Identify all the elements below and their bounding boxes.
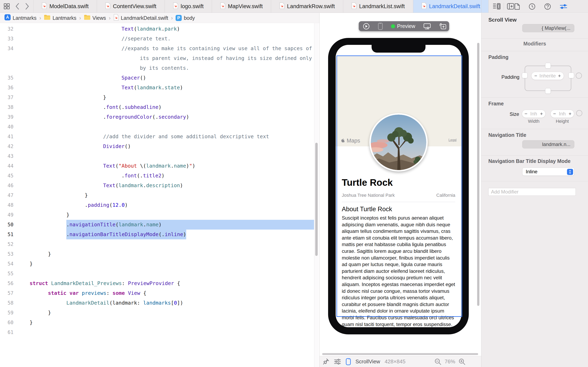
tab-landmarkdetail-swift[interactable]: LandmarkDetail.swift — [413, 0, 489, 13]
selection-name: ScrollView — [355, 359, 380, 365]
canvas-vertical-scrollbar[interactable] — [477, 43, 479, 306]
history-inspector-icon[interactable] — [528, 3, 536, 10]
code-row-wrap[interactable]: by its contents. — [0, 63, 314, 73]
code-row-55[interactable]: 55 — [0, 269, 314, 278]
code-row-40[interactable]: 40 — [0, 122, 314, 132]
tab-landmarkrow-swift[interactable]: LandmarkRow.swift — [271, 0, 343, 13]
display-mode-section-header: Navigation Bar Title Display Mode — [488, 158, 571, 164]
code-row-43[interactable]: 43 — [0, 151, 314, 161]
line-number: 53 — [0, 249, 20, 259]
map-legal-link[interactable]: Legal — [449, 138, 457, 142]
forward-button[interactable] — [25, 3, 29, 10]
code-row-34[interactable]: 34//expands to make its containing view … — [0, 44, 314, 53]
file-inspector-icon[interactable] — [514, 3, 520, 10]
breadcrumb-separator: › — [108, 15, 111, 21]
padding-label: Padding — [502, 74, 519, 80]
code-row-56[interactable]: 56struct LandmarkDetail_Previews: Previe… — [0, 278, 314, 288]
code-row-41[interactable]: 41//add the divider and some additional … — [0, 132, 314, 142]
tab-label: ContentView.swift — [113, 3, 156, 9]
breadcrumb-item-body[interactable]: Pbody — [176, 15, 195, 21]
tab-contentview-swift[interactable]: ContentView.swift — [97, 0, 165, 13]
code-row-33[interactable]: 33//seperate text. — [0, 34, 314, 44]
tab-mapview-swift[interactable]: MapView.swift — [212, 0, 271, 13]
padding-top-checkbox[interactable] — [545, 63, 551, 68]
line-number: 45 — [0, 171, 20, 181]
back-button[interactable] — [15, 3, 20, 10]
breadcrumb-item-views[interactable]: Views — [84, 15, 106, 21]
code-row-45[interactable]: 45.font(.title2) — [0, 171, 314, 181]
pin-preview-icon[interactable] — [323, 358, 329, 365]
padding-all-checkbox[interactable] — [522, 73, 527, 78]
code-row-51[interactable]: 51.navigationBarTitleDisplayMode(.inline… — [0, 230, 314, 239]
line-number: 49 — [0, 210, 20, 220]
display-mode-select[interactable]: Inline — [522, 167, 574, 176]
code-lines: 32Text(landmark.park)33//seperate text.3… — [0, 24, 314, 337]
breadcrumb-item-lantmarks[interactable]: Lantmarks — [4, 14, 36, 22]
code-row-59[interactable]: 59} — [0, 308, 314, 318]
code-row-49[interactable]: 49} — [0, 210, 314, 220]
height-minus[interactable]: − — [553, 111, 556, 117]
duplicate-preview-button[interactable] — [435, 21, 450, 31]
iphone-screen[interactable]: Maps Legal — [336, 45, 461, 327]
tab-modeldata-swift[interactable]: ModelData.swift — [34, 0, 97, 13]
code-editor[interactable]: 32Text(landmark.park)33//seperate text.3… — [0, 23, 320, 367]
code-row-57[interactable]: 57static var previews: some View { — [0, 288, 314, 298]
code-row-60[interactable]: 60} — [0, 318, 314, 327]
height-plus[interactable]: + — [569, 111, 571, 117]
display-settings-button[interactable] — [419, 21, 435, 31]
tab-label: logo.swift — [181, 3, 204, 9]
editor-scrollbar-thumb[interactable] — [315, 143, 318, 256]
code-row-52[interactable]: 52 — [0, 239, 314, 249]
code-row-39[interactable]: 39.foregroundColor(.secondary) — [0, 112, 314, 122]
nav-title-value-button[interactable]: landmark.n... — [522, 140, 574, 149]
line-number — [0, 63, 20, 73]
breadcrumb-separator: › — [79, 15, 81, 21]
zoom-out-icon[interactable] — [434, 358, 441, 365]
code-row-58[interactable]: 58LandmarkDetail(landmark: landmarks[0]) — [0, 298, 314, 308]
width-plus[interactable]: + — [540, 111, 543, 117]
code-row-38[interactable]: 38.font(.subheadline) — [0, 102, 314, 112]
padding-stepper[interactable]: − Inherite + — [531, 72, 564, 80]
canvas-settings-icon[interactable] — [334, 358, 341, 365]
tab-landmarklist-swift[interactable]: LandmarkList.swift — [343, 0, 413, 13]
device-preview-button[interactable] — [374, 21, 387, 31]
mapview-source-button[interactable]: { MapView(... — [522, 24, 574, 32]
padding-reset-radio[interactable] — [576, 73, 582, 79]
code-row-wrap[interactable]: its parent view, instead of having its s… — [0, 53, 314, 63]
code-row-37[interactable]: 37} — [0, 92, 314, 102]
add-modifier-input[interactable]: Add Modifier — [488, 188, 576, 196]
padding-stepper-minus[interactable]: − — [534, 73, 537, 79]
line-number: 33 — [0, 34, 20, 44]
frame-reset-radio[interactable] — [576, 110, 582, 116]
padding-stepper-plus[interactable]: + — [558, 73, 561, 79]
code-row-42[interactable]: 42Divider() — [0, 142, 314, 151]
code-row-48[interactable]: 48.padding(12.0) — [0, 200, 314, 210]
line-number: 54 — [0, 259, 20, 269]
zoom-in-icon[interactable] — [458, 358, 466, 365]
editor-grid-icon[interactable] — [4, 3, 10, 9]
frame-height-stepper[interactable]: − Inh + — [550, 110, 574, 118]
code-row-44[interactable]: 44Text("About \(landmark.name)") — [0, 161, 314, 171]
frame-width-stepper[interactable]: − Inh + — [522, 110, 545, 118]
attributes-inspector-icon[interactable] — [560, 3, 567, 10]
breadcrumb-separator: › — [39, 15, 42, 21]
padding-bottom-checkbox[interactable] — [545, 88, 551, 94]
tab-logo-swift[interactable]: logo.swift — [165, 0, 212, 13]
code-row-53[interactable]: 53} — [0, 249, 314, 259]
code-row-61[interactable]: 61 — [0, 327, 314, 337]
selected-device-icon[interactable] — [346, 358, 351, 365]
breadcrumb-item-landmarkdetail-swift[interactable]: LandmarkDetail.swift — [113, 14, 168, 22]
code-row-50[interactable]: 50.navigationTitle(landmark.name) — [0, 220, 314, 230]
code-row-32[interactable]: 32Text(landmark.park) — [0, 24, 314, 34]
live-preview-button[interactable] — [359, 21, 374, 31]
padding-trailing-checkbox[interactable] — [568, 73, 574, 78]
code-row-36[interactable]: 36Text(landmark.state) — [0, 83, 314, 92]
code-row-47[interactable]: 47} — [0, 191, 314, 200]
code-row-35[interactable]: 35Spacer() — [0, 73, 314, 83]
canvas-horizontal-scrollbar[interactable] — [322, 353, 478, 355]
breadcrumb-item-lantmarks[interactable]: Lantmarks — [44, 15, 76, 21]
help-inspector-icon[interactable] — [544, 3, 551, 10]
code-row-54[interactable]: 54} — [0, 259, 314, 269]
code-row-46[interactable]: 46Text(landmark.description) — [0, 181, 314, 191]
width-minus[interactable]: − — [525, 111, 527, 117]
